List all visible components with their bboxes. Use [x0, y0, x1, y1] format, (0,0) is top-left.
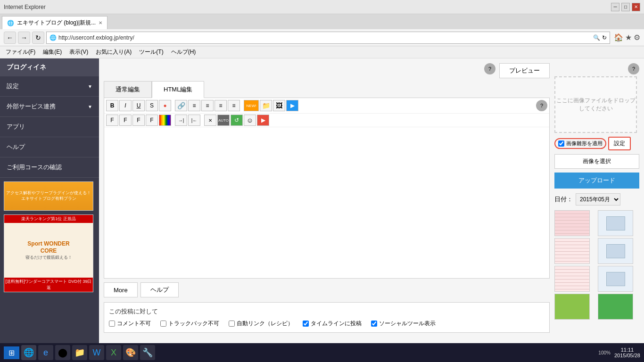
new-badge-button[interactable]: NEW! — [244, 100, 259, 111]
start-button[interactable]: ⊞ — [4, 346, 19, 359]
align-center-button[interactable]: ≡ — [201, 100, 214, 111]
thumbnail-1[interactable] — [554, 210, 590, 236]
home-icon[interactable]: 🏠 — [614, 33, 623, 42]
sidebar-item-help[interactable]: ヘルプ — [0, 137, 99, 157]
font3-button[interactable]: F — [132, 115, 145, 126]
thumbnail-4[interactable] — [598, 238, 633, 264]
editor-toolbar-row2: F F F F →| |← ✕ AUTO ↺ ☺ ▶ — [104, 114, 549, 127]
taskbar-excel-icon[interactable]: X — [106, 345, 121, 360]
sidebar-item-settings[interactable]: 設定 ▼ — [0, 76, 99, 97]
minimize-button[interactable]: ─ — [611, 3, 619, 11]
tab-html-edit[interactable]: HTML編集 — [152, 81, 204, 98]
editor-body[interactable] — [104, 127, 549, 278]
sidebar-ad-1[interactable]: アクセス解析やフリープラグインが使える！エキサイトブログ有料プラン — [4, 181, 95, 211]
thumbnail-3[interactable] — [554, 238, 590, 264]
menu-file[interactable]: ファイル(F) — [2, 47, 39, 57]
menu-edit[interactable]: 編集(E) — [39, 47, 66, 57]
checkbox-trackback[interactable]: トラックバック不可 — [160, 320, 219, 328]
right-panel-help-icon[interactable]: ? — [628, 63, 639, 74]
sidebar-item-external[interactable]: 外部サービス連携 ▼ — [0, 97, 99, 117]
thumbnail-8[interactable] — [598, 294, 633, 320]
maximize-button[interactable]: □ — [621, 3, 630, 11]
favorites-icon[interactable]: ★ — [625, 33, 632, 42]
video-button[interactable]: ▶ — [257, 115, 269, 126]
refresh-button[interactable]: ↻ — [32, 32, 44, 44]
indent-left-button[interactable]: |← — [188, 115, 200, 126]
align-right-button[interactable]: ≡ — [215, 100, 227, 111]
sidebar-item-apps[interactable]: アプリ — [0, 117, 99, 137]
checkbox-social[interactable]: ソーシャルツール表示 — [371, 320, 436, 328]
font2-button[interactable]: F — [119, 115, 132, 126]
settings-button[interactable]: 設定 — [608, 137, 631, 150]
folder-button[interactable]: 📁 — [260, 100, 272, 111]
font1-button[interactable]: F — [106, 115, 118, 126]
checkbox-timeline-input[interactable] — [303, 321, 309, 327]
taskbar-right: 100% 11:11 2015/05/28 — [598, 347, 640, 358]
taskbar-date: 2015/05/28 — [614, 353, 640, 358]
help-button[interactable]: ヘルプ — [140, 282, 179, 297]
preview-button[interactable]: プレビュー — [499, 63, 550, 78]
color-stripe-button[interactable] — [159, 115, 171, 126]
link-button[interactable]: 🔗 — [175, 100, 187, 111]
address-bar[interactable]: 🌐 http://userconf.exblog.jp/entry/ 🔍 ↻ — [46, 32, 610, 44]
taskbar-paint-icon[interactable]: 🎨 — [123, 345, 138, 360]
tab-close-icon[interactable]: ✕ — [99, 20, 102, 25]
thumbnail-7[interactable] — [554, 294, 590, 320]
checkbox-timeline[interactable]: タイムラインに投稿 — [303, 320, 362, 328]
upload-button[interactable]: アップロード — [554, 173, 639, 189]
date-select[interactable]: 2015年05月 — [576, 193, 620, 206]
taskbar-word-icon[interactable]: W — [89, 345, 104, 360]
sidebar-item-course[interactable]: ご利用コースの確認 — [0, 157, 99, 178]
checkbox-autolink[interactable]: 自動リンク（レシピ） — [229, 320, 293, 328]
editor-help-icon[interactable]: ? — [484, 63, 495, 74]
sidebar-logo[interactable]: ブログィイネ — [0, 58, 99, 76]
thumbnail-2[interactable] — [598, 210, 633, 236]
menu-tools[interactable]: ツール(T) — [135, 47, 167, 57]
edge-icon: e — [43, 348, 48, 358]
circle-arrow-button[interactable]: ↺ — [231, 115, 243, 126]
sidebar-apps-label: アプリ — [7, 123, 25, 131]
active-tab[interactable]: 🌐 エキサイトブログ (blog)|新規... ✕ — [2, 16, 107, 29]
menu-view[interactable]: 表示(V) — [66, 47, 92, 57]
indent-right-button[interactable]: →| — [175, 115, 187, 126]
underline-button[interactable]: U — [132, 100, 145, 111]
bold-button[interactable]: B — [106, 100, 118, 111]
menu-favorites[interactable]: お気に入り(A) — [92, 47, 135, 57]
taskbar-app-icon[interactable]: 🔧 — [140, 345, 155, 360]
taskbar-edge-icon[interactable]: e — [38, 345, 53, 360]
tab-normal-edit[interactable]: 通常編集 — [104, 81, 152, 98]
image-mask-checkbox[interactable] — [558, 140, 564, 147]
color-button[interactable]: ● — [159, 100, 171, 111]
taskbar-ie-icon[interactable]: 🌐 — [21, 345, 36, 360]
select-image-button[interactable]: 画像を選択 — [554, 154, 639, 169]
font4-button[interactable]: F — [146, 115, 158, 126]
close-button[interactable]: ✕ — [632, 3, 640, 11]
settings-icon[interactable]: ⚙ — [634, 33, 640, 42]
strikethrough-button[interactable]: S — [146, 100, 158, 111]
taskbar-explorer-icon[interactable]: 📁 — [72, 345, 87, 360]
image-drop-area[interactable]: ここに画像ファイルをドロップしてください — [554, 76, 637, 133]
align-left-button[interactable]: ≡ — [188, 100, 200, 111]
italic-button[interactable]: I — [119, 100, 132, 111]
auto-button[interactable]: AUTO — [217, 115, 230, 126]
align-justify-button[interactable]: ≡ — [228, 100, 240, 111]
taskbar-chrome-icon[interactable]: ⬤ — [55, 345, 70, 360]
checkbox-trackback-input[interactable] — [160, 321, 166, 327]
thumbnail-6[interactable] — [598, 266, 633, 292]
media-button[interactable]: ▶ — [286, 100, 298, 111]
checkbox-autolink-input[interactable] — [229, 321, 235, 327]
more-button[interactable]: More — [104, 282, 138, 297]
forward-button[interactable]: → — [18, 32, 30, 44]
thumbnail-5[interactable] — [554, 266, 590, 292]
toolbar-help-icon[interactable]: ? — [536, 100, 547, 111]
sidebar-ad-2[interactable]: 楽天ランキング第1位 正規品 Sport WONDERCORE 寝るだけで腹筋鍛… — [4, 214, 95, 292]
smile-button[interactable]: ☺ — [244, 115, 256, 126]
checkbox-comment-input[interactable] — [109, 321, 115, 327]
image-button[interactable]: 🖼 — [273, 100, 285, 111]
checkbox-comment[interactable]: コメント不可 — [109, 320, 151, 328]
menu-help[interactable]: ヘルプ(H) — [167, 47, 200, 57]
back-button[interactable]: ← — [4, 32, 16, 44]
special-x-button[interactable]: ✕ — [204, 115, 216, 126]
ie-icon: 🌐 — [24, 347, 34, 358]
checkbox-social-input[interactable] — [371, 321, 377, 327]
